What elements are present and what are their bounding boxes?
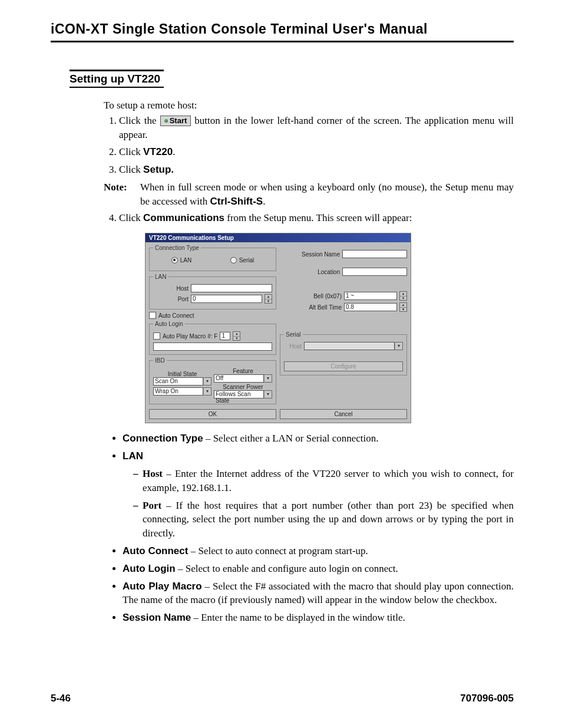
desc-auto-login-body: – Select to enable and configure auto lo… xyxy=(176,563,398,574)
page-number: 5-46 xyxy=(51,693,71,704)
vt220-comm-setup-dialog: VT220 Communications Setup Connection Ty… xyxy=(145,233,411,423)
connection-type-legend: Connection Type xyxy=(153,245,201,251)
step-4-text-a: Click xyxy=(119,212,143,223)
alt-bell-input[interactable]: 0.8 xyxy=(344,303,397,311)
port-spinner[interactable]: ▲▼ xyxy=(265,294,272,304)
start-icon xyxy=(164,119,168,123)
bell-spinner[interactable]: ▲▼ xyxy=(399,291,407,301)
page-footer: 5-46 707096-005 xyxy=(51,693,514,704)
serial-host-label: Host xyxy=(284,343,302,350)
chevron-down-icon[interactable]: ▼ xyxy=(400,308,406,312)
section-rule-bot xyxy=(70,87,164,88)
feature-combo[interactable]: Off▾ xyxy=(214,374,272,383)
desc-lan-port: Port – If the host requires that a port … xyxy=(133,499,514,541)
desc-lan-sublist: Host – Enter the Internet address of the… xyxy=(123,467,514,541)
ibd-group: IBD Initial State Scan On▾ Wrap On▾ xyxy=(149,357,276,404)
dialog-right-column: Session Name Location Bell (0x07) 1 ~ xyxy=(280,245,407,407)
scanner-power-combo[interactable]: Follows Scan State▾ xyxy=(214,390,272,398)
auto-play-macro-checkbox[interactable] xyxy=(153,332,160,340)
port-input[interactable]: 0 xyxy=(191,295,262,303)
chevron-down-icon[interactable]: ▾ xyxy=(264,390,272,398)
radio-serial-row[interactable]: Serial xyxy=(230,257,254,263)
radio-lan-row[interactable]: LAN xyxy=(171,257,191,263)
desc-auto-play-term: Auto Play Macro xyxy=(123,581,202,592)
desc-connection-type-body: – Select either a LAN or Serial connecti… xyxy=(203,433,379,444)
ok-button[interactable]: OK xyxy=(149,409,276,419)
desc-auto-connect-body: – Select to auto connect at program star… xyxy=(188,545,368,556)
chevron-up-icon[interactable]: ▲ xyxy=(400,292,406,297)
alt-bell-spinner[interactable]: ▲▼ xyxy=(399,302,407,312)
session-name-label: Session Name xyxy=(280,251,340,258)
note-shortcut: Ctrl-Shift-S xyxy=(210,196,263,207)
serial-group: Serial Host ▾ Configure xyxy=(280,331,407,375)
auto-login-legend: Auto Login xyxy=(153,321,185,327)
document-number: 707096-005 xyxy=(460,693,514,704)
description-list: Connection Type – Select either a LAN or… xyxy=(110,431,514,625)
dialog-titlebar: VT220 Communications Setup xyxy=(146,233,411,242)
feature-value[interactable]: Off xyxy=(214,374,264,383)
start-button-inline: Start xyxy=(160,116,191,126)
desc-lan-host: Host – Enter the Internet address of the… xyxy=(133,467,514,495)
step-2-bold: VT220 xyxy=(143,146,173,157)
macro-name-input[interactable] xyxy=(153,342,272,351)
chevron-up-icon[interactable]: ▲ xyxy=(233,332,240,337)
auto-play-spinner[interactable]: ▲▼ xyxy=(233,331,240,341)
wrap-value[interactable]: Wrap On xyxy=(153,387,203,396)
radio-lan[interactable] xyxy=(171,257,178,263)
desc-lan: LAN Host – Enter the Internet address of… xyxy=(123,449,514,541)
desc-auto-connect: Auto Connect – Select to auto connect at… xyxy=(123,544,514,558)
chevron-down-icon[interactable]: ▾ xyxy=(203,387,211,396)
auto-connect-label: Auto Connect xyxy=(158,312,194,319)
chevron-down-icon[interactable]: ▼ xyxy=(265,299,272,304)
section-title: Setting up VT220 xyxy=(70,71,514,87)
location-label: Location xyxy=(280,269,340,275)
auto-connect-row[interactable]: Auto Connect xyxy=(149,312,276,319)
wrap-combo[interactable]: Wrap On▾ xyxy=(153,387,211,396)
dialog-screenshot: VT220 Communications Setup Connection Ty… xyxy=(145,233,514,423)
chevron-down-icon[interactable]: ▼ xyxy=(400,297,406,301)
steps-list-2: Click Communications from the Setup menu… xyxy=(104,211,514,225)
desc-auto-login-term: Auto Login xyxy=(123,563,176,574)
desc-session-name-term: Session Name xyxy=(123,612,191,623)
desc-auto-connect-term: Auto Connect xyxy=(123,545,188,556)
scanner-power-value[interactable]: Follows Scan State xyxy=(214,390,264,398)
chevron-down-icon[interactable]: ▼ xyxy=(233,337,240,341)
desc-lan-term: LAN xyxy=(123,450,143,462)
steps-list: Click the Start button in the lower left… xyxy=(104,114,514,177)
location-input[interactable] xyxy=(342,268,407,276)
note-body-b: . xyxy=(263,196,265,207)
feature-label: Feature xyxy=(214,368,272,374)
radio-serial[interactable] xyxy=(230,257,237,263)
step-1: Click the Start button in the lower left… xyxy=(119,114,514,142)
chevron-down-icon[interactable]: ▾ xyxy=(203,377,211,386)
configure-button: Configure xyxy=(284,361,403,371)
step-3-bold: Setup. xyxy=(143,164,174,175)
step-3-text-a: Click xyxy=(119,164,143,175)
lan-group: LAN Host Port 0 ▲▼ xyxy=(149,274,276,309)
auto-play-macro-input[interactable]: 1 xyxy=(220,332,230,340)
scanner-power-label: Scanner Power xyxy=(214,384,272,390)
note-row: Note: When in full screen mode or when u… xyxy=(104,180,514,209)
auto-play-macro-label: Auto Play Macro #: F xyxy=(163,333,217,340)
serial-legend: Serial xyxy=(284,331,303,338)
step-2-text-c: . xyxy=(173,146,175,157)
cancel-button[interactable]: Cancel xyxy=(280,409,407,419)
host-input[interactable] xyxy=(191,284,272,292)
desc-connection-type: Connection Type – Select either a LAN or… xyxy=(123,431,514,446)
chevron-down-icon[interactable]: ▾ xyxy=(264,374,272,383)
manual-title: iCON-XT Single Station Console Terminal … xyxy=(51,21,514,39)
session-name-input[interactable] xyxy=(342,250,407,258)
chevron-up-icon[interactable]: ▲ xyxy=(400,303,406,308)
serial-host-input xyxy=(304,342,395,350)
bell-label: Bell (0x07) xyxy=(280,293,342,299)
bell-input[interactable]: 1 ~ xyxy=(344,292,397,300)
header-rule xyxy=(51,41,514,42)
initial-state-combo[interactable]: Scan On▾ xyxy=(153,377,211,386)
desc-lan-port-body: – If the host requires that a port numbe… xyxy=(143,500,514,539)
initial-state-value[interactable]: Scan On xyxy=(153,377,203,386)
auto-connect-checkbox[interactable] xyxy=(149,312,156,319)
auto-play-macro-row[interactable]: Auto Play Macro #: F 1 ▲▼ xyxy=(153,331,272,341)
alt-bell-label: Alt Bell Time xyxy=(280,304,342,311)
chevron-up-icon[interactable]: ▲ xyxy=(265,295,272,299)
start-label: Start xyxy=(170,116,187,125)
